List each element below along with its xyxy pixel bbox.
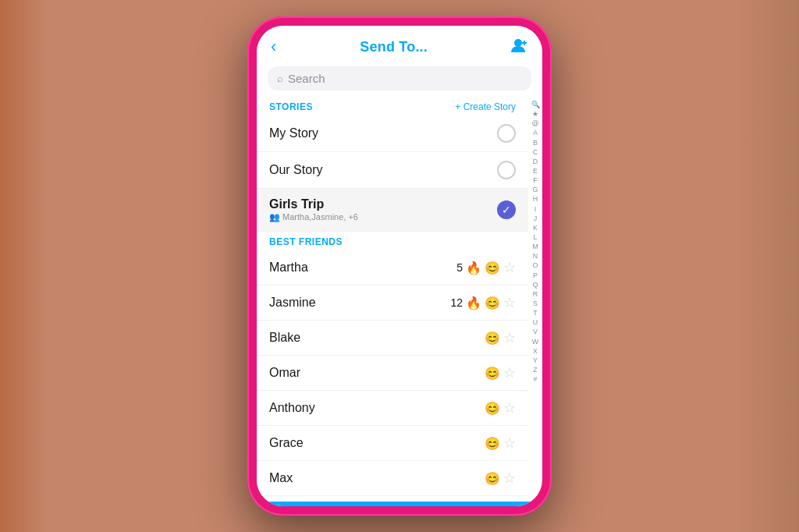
streak-count: 5 <box>456 261 463 274</box>
stories-section-header: STORIES + Create Story <box>257 97 528 115</box>
screen-title: Send To... <box>360 39 428 55</box>
item-right: 😊 ☆ <box>485 434 516 452</box>
star-icon[interactable]: ☆ <box>503 364 516 381</box>
alpha-item[interactable]: Q <box>532 280 538 289</box>
smile-emoji: 😊 <box>485 331 500 346</box>
alpha-item[interactable]: Z <box>533 365 538 374</box>
alpha-item[interactable]: D <box>533 157 538 166</box>
alpha-item[interactable]: B <box>533 138 538 147</box>
phone: ‹ Send To... ⌕ Search STORIES <box>247 16 552 516</box>
list-item[interactable]: Max 😊 ☆ <box>257 461 528 496</box>
item-right <box>497 124 516 143</box>
star-icon[interactable]: ☆ <box>503 434 516 452</box>
alpha-item[interactable]: @ <box>531 119 538 128</box>
alpha-item[interactable]: V <box>533 327 538 336</box>
item-name: Our Story <box>269 163 322 177</box>
list-item[interactable]: Anthony 😊 ☆ <box>257 391 528 426</box>
back-button[interactable]: ‹ <box>271 37 276 57</box>
item-name: Anthony <box>269 401 315 415</box>
alpha-item[interactable]: W <box>532 337 539 346</box>
item-right <box>497 161 516 179</box>
alpha-item[interactable]: O <box>532 261 538 270</box>
list-item[interactable]: Jasmine 12 🔥 😊 ☆ <box>257 286 528 321</box>
alpha-item[interactable]: T <box>533 308 538 317</box>
streak-count: 12 <box>450 296 463 309</box>
fire-emoji: 🔥 <box>466 261 481 275</box>
search-placeholder-text: Search <box>288 72 325 85</box>
list-item[interactable]: Our Story <box>257 152 528 189</box>
alpha-item[interactable]: E <box>533 166 538 176</box>
item-name: Omar <box>269 366 300 380</box>
list-item[interactable]: Omar 😊 ☆ <box>257 356 528 391</box>
create-story-button[interactable]: + Create Story <box>455 101 516 112</box>
item-left: Grace <box>269 436 304 450</box>
item-left: Martha <box>269 261 308 275</box>
alpha-item[interactable]: C <box>533 147 538 157</box>
best-friends-label: BEST FRIENDS <box>269 236 343 247</box>
fire-emoji: 🔥 <box>466 296 481 310</box>
smile-emoji: 😊 <box>485 436 500 451</box>
item-left: My Story <box>269 126 318 140</box>
item-left: Our Story <box>269 163 322 177</box>
alpha-item[interactable]: U <box>533 317 538 327</box>
item-name: Blake <box>269 331 300 345</box>
item-right: 5 🔥 😊 ☆ <box>456 259 516 276</box>
alpha-item[interactable]: I <box>534 204 537 214</box>
star-icon[interactable]: ☆ <box>503 259 516 276</box>
star-icon[interactable]: ☆ <box>503 470 516 487</box>
item-right: 12 🔥 😊 ☆ <box>450 294 516 311</box>
svg-point-0 <box>514 39 522 47</box>
alpha-item[interactable]: G <box>532 185 538 194</box>
story-checkbox[interactable] <box>497 124 516 143</box>
alpha-item[interactable]: J <box>534 214 538 223</box>
alpha-item[interactable]: P <box>533 271 538 280</box>
alphabet-sidebar: 🔍★@ABCDEFGHIJKLMNOPQRSTUVWXYZ# <box>528 97 542 502</box>
story-checkbox[interactable] <box>497 161 516 179</box>
item-left: Omar <box>269 366 300 380</box>
alpha-item[interactable]: H <box>533 194 538 204</box>
alpha-item[interactable]: M <box>532 242 538 251</box>
alpha-item[interactable]: K <box>533 223 538 232</box>
list-item[interactable]: Girls Trip 👥 Martha,Jasmine, +6 ✓ <box>257 189 528 232</box>
alpha-item[interactable]: N <box>533 251 538 261</box>
list-item[interactable]: Grace 😊 ☆ <box>257 426 528 461</box>
alpha-item[interactable]: R <box>533 289 538 299</box>
smile-emoji: 😊 <box>485 366 500 381</box>
item-right: 😊 ☆ <box>485 470 516 487</box>
phone-screen: ‹ Send To... ⌕ Search STORIES <box>257 26 542 506</box>
item-name: Martha <box>269 261 308 275</box>
item-name: Grace <box>269 436 304 450</box>
background-blur-left <box>0 0 47 532</box>
star-icon[interactable]: ☆ <box>503 329 516 346</box>
item-name: Girls Trip <box>269 197 358 211</box>
list-item[interactable]: Blake 😊 ☆ <box>257 321 528 356</box>
alpha-item[interactable]: X <box>533 346 538 356</box>
alpha-item[interactable]: # <box>533 374 537 384</box>
item-right: 😊 ☆ <box>485 329 516 346</box>
smile-emoji: 😊 <box>485 296 500 310</box>
item-left: Max <box>269 471 293 485</box>
smile-emoji: 😊 <box>485 471 500 486</box>
story-checkbox-checked[interactable]: ✓ <box>497 200 516 219</box>
alpha-item[interactable]: ★ <box>532 109 538 119</box>
header: ‹ Send To... <box>257 26 542 63</box>
star-icon[interactable]: ☆ <box>503 294 516 311</box>
search-bar[interactable]: ⌕ Search <box>268 66 531 90</box>
best-friends-section-header: BEST FRIENDS <box>257 232 528 250</box>
alpha-item[interactable]: 🔍 <box>531 100 540 109</box>
star-icon[interactable]: ☆ <box>503 399 516 417</box>
alpha-item[interactable]: F <box>533 176 538 185</box>
stories-label: STORIES <box>269 101 313 112</box>
item-right: 😊 ☆ <box>485 364 516 381</box>
alpha-item[interactable]: L <box>533 232 537 242</box>
alpha-item[interactable]: Y <box>533 356 538 365</box>
item-left: Blake <box>269 331 300 345</box>
alpha-item[interactable]: S <box>533 299 538 308</box>
add-user-button[interactable] <box>511 37 528 57</box>
item-name: Jasmine <box>269 296 316 310</box>
bottom-bar <box>257 502 542 506</box>
list-item[interactable]: My Story <box>257 115 528 152</box>
list-item[interactable]: Martha 5 🔥 😊 ☆ <box>257 250 528 286</box>
alpha-item[interactable]: A <box>533 128 538 137</box>
smile-emoji: 😊 <box>485 261 500 275</box>
